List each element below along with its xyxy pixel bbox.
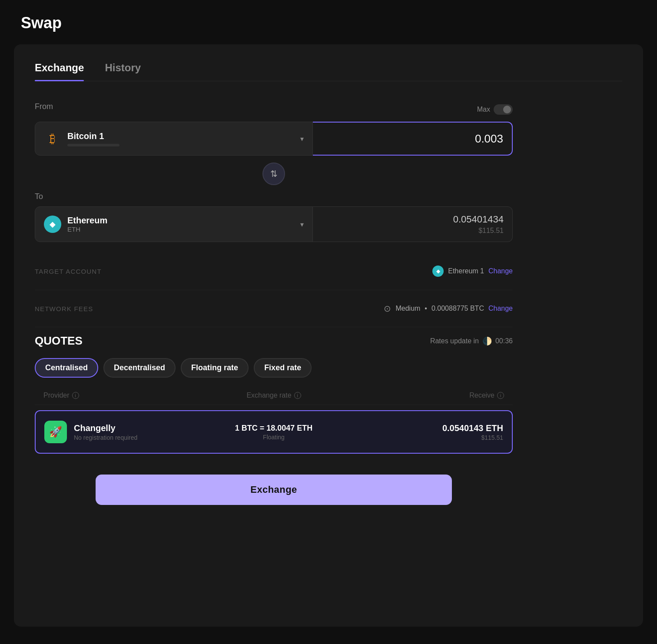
fee-level: Medium	[395, 305, 420, 312]
to-token-info: Ethereum ETH	[67, 216, 294, 233]
to-amount-usd: $115.51	[322, 227, 504, 235]
tabs-bar: Exchange History	[35, 62, 622, 81]
exchange-button[interactable]: Exchange	[96, 475, 452, 505]
th-provider: Provider i	[43, 392, 197, 399]
from-amount-container	[313, 122, 513, 156]
tab-history[interactable]: History	[105, 62, 141, 81]
exchange-btn-row: Exchange	[35, 475, 513, 505]
chip-decentralised[interactable]: Decentralised	[103, 358, 176, 378]
chip-centralised[interactable]: Centralised	[35, 358, 98, 378]
from-label: From	[35, 102, 53, 111]
max-toggle[interactable]: Max	[477, 104, 513, 115]
timer-icon: 🌓	[482, 336, 492, 346]
network-fees-row: NETWORK FEES ⊙ Medium • 0.00088775 BTC C…	[35, 297, 513, 320]
to-amount-value: 0.05401434	[322, 214, 504, 225]
to-row: ◆ Ethereum ETH ▾ 0.05401434 $115.51	[35, 206, 513, 242]
to-section: To ◆ Ethereum ETH ▾ 0.05401434 $115.51	[35, 192, 513, 242]
from-header: From Max	[35, 102, 513, 116]
fee-amount: 0.00088775 BTC	[431, 305, 484, 312]
to-token-name: Ethereum	[67, 216, 294, 226]
page-title: Swap	[0, 0, 657, 44]
swap-form: From Max ₿ Bitcoin 1 ▾ ⇅	[35, 102, 513, 505]
swap-direction-row: ⇅	[35, 163, 513, 185]
target-account-row: TARGET ACCOUNT ◆ Ethereum 1 Change	[35, 259, 513, 283]
main-container: Exchange History From Max ₿ Bitcoin 1 ▾	[14, 44, 643, 627]
from-amount-input[interactable]	[313, 122, 513, 156]
fee-icon: ⊙	[384, 303, 391, 314]
receive-info-icon[interactable]: i	[497, 392, 504, 399]
from-token-info: Bitcoin 1	[67, 131, 294, 146]
rates-update-timer: 00:36	[495, 337, 513, 345]
fee-dot: •	[425, 305, 427, 312]
exchange-rate-info-icon[interactable]: i	[294, 392, 301, 399]
btc-icon: ₿	[44, 130, 61, 147]
from-token-name: Bitcoin 1	[67, 131, 294, 141]
changelly-logo: 🚀	[44, 421, 67, 443]
target-account-change-button[interactable]: Change	[488, 267, 513, 275]
network-fees-section: NETWORK FEES ⊙ Medium • 0.00088775 BTC C…	[35, 297, 513, 327]
filter-chips: Centralised Decentralised Floating rate …	[35, 358, 513, 378]
tab-exchange[interactable]: Exchange	[35, 62, 84, 81]
to-label: To	[35, 192, 513, 201]
target-eth-icon: ◆	[432, 266, 444, 277]
to-amount-display: 0.05401434 $115.51	[313, 206, 513, 242]
th-exchange-rate: Exchange rate i	[197, 392, 350, 399]
to-token-chevron-icon: ▾	[300, 220, 304, 229]
max-toggle-switch[interactable]	[494, 104, 513, 115]
swap-direction-button[interactable]: ⇅	[262, 163, 285, 185]
to-token-ticker: ETH	[67, 226, 294, 233]
eth-icon: ◆	[44, 216, 61, 233]
provider-info-icon[interactable]: i	[72, 392, 79, 399]
network-fees-value: ⊙ Medium • 0.00088775 BTC Change	[384, 303, 513, 314]
th-receive: Receive i	[351, 392, 504, 399]
quotes-header: QUOTES Rates update in 🌓 00:36	[35, 334, 513, 348]
provider-details: Changelly No registration required	[74, 423, 137, 441]
rates-update-label: Rates update in	[430, 337, 479, 345]
receive-usd: $115.51	[350, 434, 503, 441]
receive-cell: 0.0540143 ETH $115.51	[350, 423, 503, 441]
target-account-label: TARGET ACCOUNT	[35, 268, 102, 275]
chip-floating-rate[interactable]: Floating rate	[181, 358, 249, 378]
rate-sub: Floating	[197, 434, 350, 441]
target-account-section: TARGET ACCOUNT ◆ Ethereum 1 Change	[35, 259, 513, 290]
chip-fixed-rate[interactable]: Fixed rate	[254, 358, 312, 378]
table-headers: Provider i Exchange rate i Receive i	[35, 392, 513, 405]
rate-cell: 1 BTC = 18.0047 ETH Floating	[197, 424, 350, 441]
network-fees-label: NETWORK FEES	[35, 305, 93, 312]
from-token-chevron-icon: ▾	[300, 135, 304, 143]
from-row: ₿ Bitcoin 1 ▾	[35, 122, 513, 156]
to-token-select[interactable]: ◆ Ethereum ETH ▾	[35, 206, 313, 242]
receive-main: 0.0540143 ETH	[350, 423, 503, 433]
rate-main: 1 BTC = 18.0047 ETH	[197, 424, 350, 433]
quote-row-changelly[interactable]: 🚀 Changelly No registration required 1 B…	[35, 410, 513, 454]
max-label: Max	[477, 106, 490, 113]
target-account-value: ◆ Ethereum 1 Change	[432, 266, 513, 277]
quotes-title: QUOTES	[35, 334, 83, 348]
provider-cell: 🚀 Changelly No registration required	[44, 421, 197, 443]
rates-update: Rates update in 🌓 00:36	[430, 336, 513, 346]
from-token-select[interactable]: ₿ Bitcoin 1 ▾	[35, 122, 313, 156]
network-fees-change-button[interactable]: Change	[488, 305, 513, 312]
swap-arrows-icon: ⇅	[270, 169, 278, 179]
provider-name: Changelly	[74, 423, 137, 433]
from-token-address	[67, 144, 119, 146]
target-account-name: Ethereum 1	[448, 267, 484, 275]
provider-sub: No registration required	[74, 434, 137, 441]
